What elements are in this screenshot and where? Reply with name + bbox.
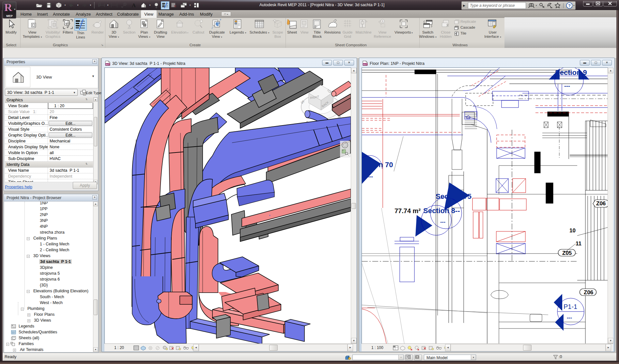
svg-text:1: 1 — [381, 20, 383, 23]
svg-text:11: 11 — [576, 240, 581, 247]
svg-text:Z06: Z06 — [584, 289, 593, 296]
svg-text:---: --- — [367, 173, 373, 180]
svg-text:Z06: Z06 — [596, 200, 606, 207]
svg-text:RVT: RVT — [363, 64, 367, 66]
svg-text:77.74 m²: 77.74 m² — [395, 207, 421, 214]
svg-text:---: --- — [440, 219, 445, 225]
svg-text:---: --- — [564, 83, 570, 89]
svg-text:Section 75: Section 75 — [436, 192, 472, 200]
svg-text:A: A — [132, 2, 136, 8]
svg-text:Section 9: Section 9 — [555, 68, 587, 77]
svg-text:P1-1: P1-1 — [564, 303, 577, 310]
svg-text:ection 70: ection 70 — [362, 161, 393, 169]
svg-text:RVT: RVT — [106, 64, 110, 66]
svg-text:Z05: Z05 — [562, 250, 572, 256]
svg-text:10: 10 — [569, 227, 576, 234]
svg-text:1: 1 — [124, 3, 126, 6]
svg-text:?: ? — [568, 3, 571, 8]
svg-text:Section 8--: Section 8-- — [423, 207, 460, 215]
svg-text:---: --- — [567, 315, 572, 320]
